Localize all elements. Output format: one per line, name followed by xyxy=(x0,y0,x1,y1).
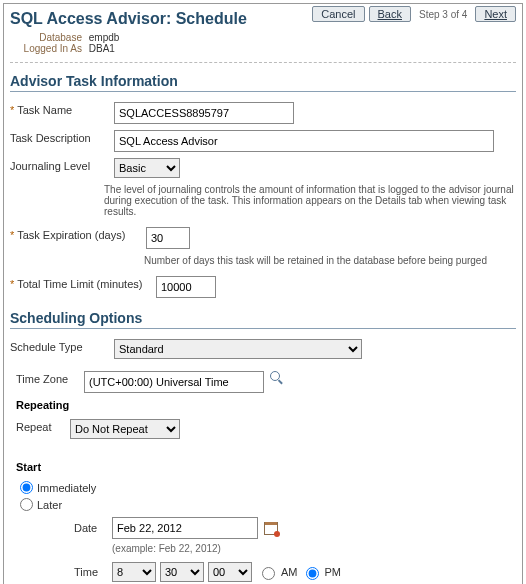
timelimit-label: Total Time Limit (minutes) xyxy=(10,276,156,290)
date-input[interactable] xyxy=(112,517,258,539)
date-label: Date xyxy=(74,522,112,534)
journal-hint: The level of journaling controls the amo… xyxy=(104,184,514,217)
task-name-input[interactable] xyxy=(114,102,294,124)
expiration-hint: Number of days this task will be retaine… xyxy=(144,255,514,266)
loggedin-value: DBA1 xyxy=(89,43,115,54)
database-value: empdb xyxy=(89,32,120,43)
db-info: Database empdb Logged In As DBA1 xyxy=(10,32,247,54)
calendar-icon[interactable] xyxy=(264,521,278,535)
search-icon[interactable] xyxy=(270,371,284,385)
cancel-button[interactable]: Cancel xyxy=(312,6,364,22)
time-minute-select[interactable]: 30 xyxy=(160,562,204,582)
step-indicator: Step 3 of 4 xyxy=(415,9,471,20)
section-advisor-task: Advisor Task Information xyxy=(10,73,516,92)
task-name-label: Task Name xyxy=(10,102,114,116)
repeating-heading: Repeating xyxy=(16,399,516,411)
pm-label: PM xyxy=(325,566,342,578)
wizard-nav: Cancel Back Step 3 of 4 Next xyxy=(312,6,516,22)
time-second-select[interactable]: 00 xyxy=(208,562,252,582)
journal-level-select[interactable]: Basic xyxy=(114,158,180,178)
time-hour-select[interactable]: 8 xyxy=(112,562,156,582)
next-button[interactable]: Next xyxy=(475,6,516,22)
start-immediately-label: Immediately xyxy=(37,482,96,494)
pm-radio[interactable] xyxy=(306,567,319,580)
schedule-type-label: Schedule Type xyxy=(10,339,114,353)
date-example: (example: Feb 22, 2012) xyxy=(112,543,522,554)
am-radio[interactable] xyxy=(262,567,275,580)
section-scheduling: Scheduling Options xyxy=(10,310,516,329)
timelimit-input[interactable] xyxy=(156,276,216,298)
separator xyxy=(10,62,516,63)
repeat-label: Repeat xyxy=(16,419,70,433)
database-label: Database xyxy=(10,32,86,43)
start-later-label: Later xyxy=(37,499,62,511)
back-button[interactable]: Back xyxy=(369,6,411,22)
start-heading: Start xyxy=(16,461,516,473)
page-title: SQL Access Advisor: Schedule xyxy=(10,10,247,28)
journal-level-label: Journaling Level xyxy=(10,158,114,172)
timezone-label: Time Zone xyxy=(16,371,84,385)
time-label: Time xyxy=(74,566,112,578)
task-desc-input[interactable] xyxy=(114,130,494,152)
start-later-radio[interactable] xyxy=(20,498,33,511)
loggedin-label: Logged In As xyxy=(10,43,86,54)
expiration-input[interactable] xyxy=(146,227,190,249)
repeat-select[interactable]: Do Not Repeat xyxy=(70,419,180,439)
expiration-label: Task Expiration (days) xyxy=(10,227,146,241)
schedule-type-select[interactable]: Standard xyxy=(114,339,362,359)
task-desc-label: Task Description xyxy=(10,130,114,144)
am-label: AM xyxy=(281,566,298,578)
timezone-input[interactable] xyxy=(84,371,264,393)
start-immediately-radio[interactable] xyxy=(20,481,33,494)
